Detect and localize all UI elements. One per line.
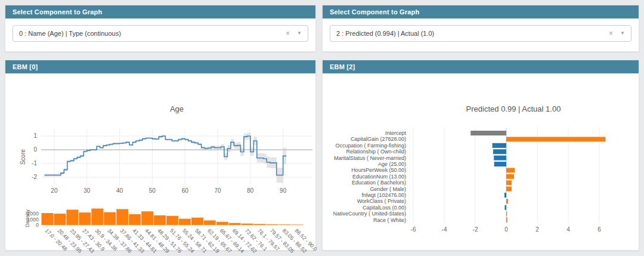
svg-text:Intercept: Intercept [385,130,407,136]
right-component-select[interactable]: 2 : Predicted (0.994) | Actual (1.0) × ▼ [330,25,631,42]
clear-icon[interactable]: × [286,30,290,37]
right-column: Select Component to Graph 2 : Predicted … [322,5,639,251]
local-explanation-title: Predicted 0.99 | Actual 1.00 [406,104,621,113]
svg-text:Age (25.00): Age (25.00) [378,161,406,167]
svg-text:80: 80 [247,187,254,194]
svg-text:40: 40 [116,187,123,194]
left-column: Select Component to Graph 0 : Name (Age)… [5,5,316,251]
svg-text:0: 0 [504,226,508,233]
right-selector-body: 2 : Predicted (0.994) | Actual (1.0) × ▼ [323,18,639,48]
svg-text:CapitalGain (27828.00): CapitalGain (27828.00) [351,136,406,142]
left-chart-card: EBM [0] Age 203040506070809010-1-2Score … [5,60,316,251]
svg-text:-2: -2 [32,174,37,180]
left-selector-body: 0 : Name (Age) | Type (continuous) × ▼ [5,18,315,48]
svg-text:60: 60 [182,187,189,194]
svg-text:Race ( White): Race ( White) [373,217,406,223]
svg-text:4: 4 [566,226,570,233]
local-explanation-area: Predicted 0.99 | Actual 1.00 -6-4-20246I… [323,73,639,250]
svg-text:-1: -1 [32,160,37,166]
right-chart-card: EBM [2] Predicted 0.99 | Actual 1.00 -6-… [322,60,639,251]
svg-text:Occupation ( Farming-fishing): Occupation ( Farming-fishing) [335,143,406,149]
svg-text:fnlwgt (102476.00): fnlwgt (102476.00) [361,192,406,198]
svg-text:HoursPerWeek (50.00): HoursPerWeek (50.00) [351,167,406,173]
svg-text:1: 1 [33,132,37,139]
chevron-down-icon[interactable]: ▼ [297,31,302,36]
svg-text:Relationship ( Own-child): Relationship ( Own-child) [346,149,406,155]
right-component-select-value: 2 : Predicted (0.994) | Actual (1.0) [336,30,609,37]
age-chart-title: Age [41,104,312,113]
svg-text:MaritalStatus ( Never-married): MaritalStatus ( Never-married) [334,155,406,161]
age-score-plot[interactable]: 203040506070809010-1-2Score [5,122,317,199]
svg-text:Score: Score [20,149,26,165]
svg-text:2: 2 [535,226,539,233]
svg-text:20: 20 [51,187,58,194]
svg-text:6: 6 [597,226,601,233]
left-component-select[interactable]: 0 : Name (Age) | Type (continuous) × ▼ [13,25,308,42]
svg-text:Density: Density [24,209,30,227]
clear-icon[interactable]: × [609,30,613,37]
svg-text:90: 90 [280,187,287,194]
svg-text:70: 70 [214,187,221,194]
svg-text:-4: -4 [442,226,447,233]
left-component-select-value: 0 : Name (Age) | Type (continuous) [19,30,286,37]
svg-text:30: 30 [83,187,91,194]
svg-text:EducationNum (13.00): EducationNum (13.00) [352,174,406,180]
svg-text:0: 0 [33,146,37,153]
svg-text:-2: -2 [473,226,478,233]
right-selector-header: Select Component to Graph [323,5,639,18]
age-density-plot[interactable]: 010002000Density17.0 - 20.4820.48 - 23.9… [5,200,317,256]
right-panel-header: EBM [2] [323,60,639,73]
svg-text:NativeCountry ( United-States): NativeCountry ( United-States) [333,211,406,217]
left-panel-header: EBM [0] [5,60,315,73]
svg-text:50: 50 [149,187,156,194]
svg-text:WorkClass ( Private): WorkClass ( Private) [357,198,406,204]
left-selector-header: Select Component to Graph [5,5,315,18]
svg-text:CapitalLoss (0.00): CapitalLoss (0.00) [363,205,406,211]
svg-text:0: 0 [36,222,39,228]
local-explanation-plot[interactable]: -6-4-20246InterceptCapitalGain (27828.00… [323,126,640,239]
right-selector-card: Select Component to Graph 2 : Predicted … [322,5,639,52]
chevron-down-icon[interactable]: ▼ [620,31,625,36]
left-selector-card: Select Component to Graph 0 : Name (Age)… [5,5,316,52]
svg-text:-6: -6 [411,226,416,233]
age-chart-area: Age 203040506070809010-1-2Score 01000200… [5,73,315,250]
svg-text:Education ( Bachelors): Education ( Bachelors) [352,180,406,186]
svg-text:Gender ( Male): Gender ( Male) [370,186,406,192]
